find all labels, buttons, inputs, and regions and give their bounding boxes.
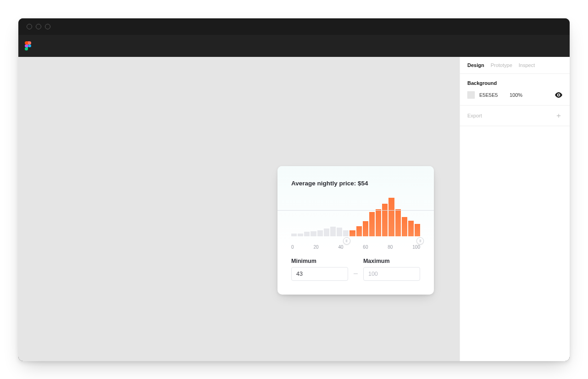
properties-panel: Design Prototype Inspect Background E5E5… [460,57,570,361]
histogram-bar [415,224,420,236]
histogram-bar [369,212,375,236]
background-opacity[interactable]: 100% [510,92,526,98]
histogram-bar [382,204,388,236]
histogram-bar [402,217,407,236]
app-window: Average nightly price: $54 020406080100 … [18,18,570,361]
max-input[interactable] [363,267,420,281]
add-export-icon[interactable]: ＋ [555,112,562,119]
range-dash: – [354,269,358,281]
axis-tick-label: 40 [338,245,343,250]
background-title: Background [467,80,562,86]
traffic-light-zoom[interactable] [45,24,50,29]
histogram-bar [330,227,336,236]
axis-tick-label: 100 [412,245,420,250]
tab-design[interactable]: Design [467,62,484,68]
axis-tick-label: 80 [388,245,393,250]
histogram-bar [356,226,362,236]
histogram-bar [337,228,342,236]
min-label: Minimum [291,258,348,264]
max-label: Maximum [363,258,420,264]
axis-line [277,210,434,211]
canvas[interactable]: Average nightly price: $54 020406080100 … [18,57,460,361]
axis-tick-label: 20 [313,245,318,250]
histogram-bar [349,230,355,236]
panel-tabs: Design Prototype Inspect [460,57,570,74]
histogram-bar [343,230,349,236]
histogram-bar [376,209,381,236]
slider-handle-max[interactable] [416,237,424,245]
background-section: Background E5E5E5 100% [460,74,570,106]
figma-logo-icon[interactable] [25,41,31,50]
slider-handle-min[interactable] [343,237,350,245]
histogram-bar [324,229,329,236]
histogram-bar [408,221,414,236]
axis-tick-label: 60 [363,245,368,250]
axis-tick-label: 0 [291,245,294,250]
histogram-bar [395,209,401,236]
visibility-toggle-icon[interactable] [555,92,562,98]
card-title: Average nightly price: $54 [291,180,420,187]
histogram-chart [291,197,420,241]
histogram-bar [317,230,323,236]
histogram-bar [311,231,316,236]
export-label: Export [467,113,482,118]
background-hex[interactable]: E5E5E5 [479,92,505,98]
window-titlebar [18,18,570,35]
histogram-bar [304,232,310,236]
histogram-bar [291,234,297,236]
price-range-card: Average nightly price: $54 020406080100 … [277,166,434,295]
histogram-bar [363,221,368,236]
export-section: Export ＋ [460,106,570,126]
svg-point-0 [558,94,559,95]
main-toolbar [18,35,570,57]
range-inputs: Minimum – Maximum [277,250,434,295]
histogram-bar [388,198,394,236]
histogram-bar [298,234,303,236]
traffic-light-close[interactable] [27,24,32,29]
background-swatch[interactable] [467,91,475,99]
min-input[interactable] [291,267,348,281]
tab-prototype[interactable]: Prototype [491,62,512,68]
traffic-light-minimize[interactable] [36,24,41,29]
axis-ticks: 020406080100 [291,241,420,250]
tab-inspect[interactable]: Inspect [519,62,535,68]
